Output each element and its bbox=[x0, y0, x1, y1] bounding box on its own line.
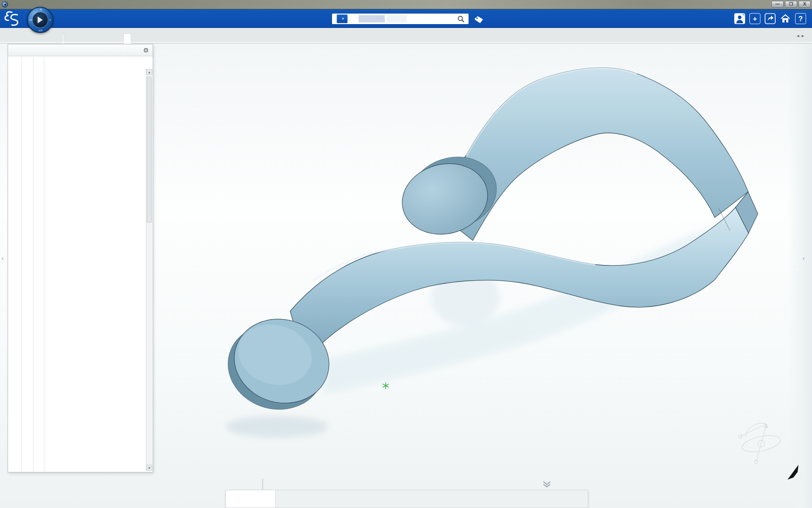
scroll-up-button[interactable]: ▲ bbox=[146, 69, 152, 75]
restore-button[interactable]: ❐ bbox=[785, 1, 797, 8]
navigation-compass bbox=[738, 423, 782, 464]
profile-avatar-icon[interactable] bbox=[734, 13, 745, 24]
app-title bbox=[59, 14, 67, 23]
scroll-down-button[interactable]: ▼ bbox=[146, 465, 152, 471]
view-toolbar bbox=[225, 490, 588, 508]
search-selection-2 bbox=[387, 15, 407, 22]
window-titlebar: — ❐ X bbox=[0, 0, 812, 9]
tab-scroll-arrows[interactable]: ◂▸ bbox=[797, 33, 807, 39]
ribbon-tab-bar bbox=[262, 479, 263, 490]
home-button[interactable] bbox=[780, 13, 791, 24]
search-icon[interactable] bbox=[457, 15, 465, 23]
dassault-systemes-logo bbox=[3, 11, 24, 26]
right-panel-toggle[interactable]: ‹ bbox=[803, 254, 805, 262]
search-selection bbox=[359, 15, 385, 22]
viewport[interactable]: ‹ ‹ ⚙ ▲ ▼ bbox=[0, 44, 812, 508]
close-button[interactable]: X bbox=[798, 1, 811, 8]
ribbon-collapse-icon[interactable] bbox=[542, 481, 551, 488]
scrollbar-thumb[interactable] bbox=[147, 77, 152, 223]
app-header-bar: ⚑ 3D i² V.R ▼ bbox=[0, 9, 812, 28]
share-button[interactable] bbox=[765, 13, 776, 24]
app-icon bbox=[2, 1, 8, 8]
3dcompass-icon[interactable]: ⚑ 3D i² V.R bbox=[27, 7, 53, 33]
sketch-point-marker bbox=[383, 382, 389, 389]
minimize-button[interactable]: — bbox=[771, 1, 784, 8]
cursor-pointer bbox=[787, 465, 798, 480]
left-panel-toggle[interactable]: ‹ bbox=[2, 254, 4, 262]
search-filter-dropdown[interactable]: ▼ bbox=[337, 14, 348, 23]
design-tree-header: ⚙ bbox=[8, 44, 153, 56]
document-tab[interactable] bbox=[62, 33, 64, 44]
tree-scrollbar[interactable]: ▲ ▼ bbox=[146, 69, 152, 471]
document-tab-close-button[interactable] bbox=[123, 33, 131, 44]
design-tree-panel: ⚙ ▲ ▼ bbox=[8, 44, 153, 472]
document-tab-strip: ◂▸ bbox=[0, 28, 812, 44]
tag-icon[interactable] bbox=[474, 15, 484, 24]
gear-icon[interactable]: ⚙ bbox=[143, 47, 149, 53]
help-button[interactable]: ? bbox=[795, 13, 806, 24]
global-search-input[interactable]: ▼ bbox=[332, 13, 469, 25]
add-content-button[interactable]: + bbox=[749, 13, 760, 24]
